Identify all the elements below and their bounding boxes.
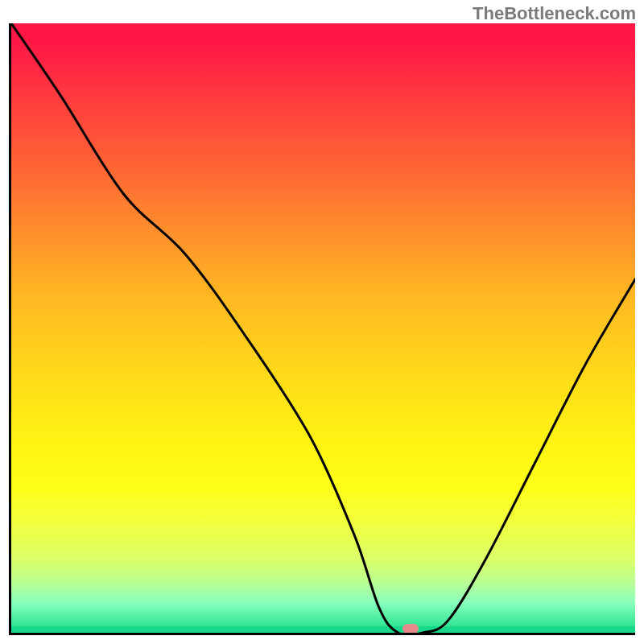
chart-container: TheBottleneck.com xyxy=(0,0,644,644)
bottleneck-curve xyxy=(11,23,635,633)
plot-area xyxy=(9,23,635,635)
attribution-label: TheBottleneck.com xyxy=(473,3,636,24)
optimal-marker-icon xyxy=(402,624,419,634)
